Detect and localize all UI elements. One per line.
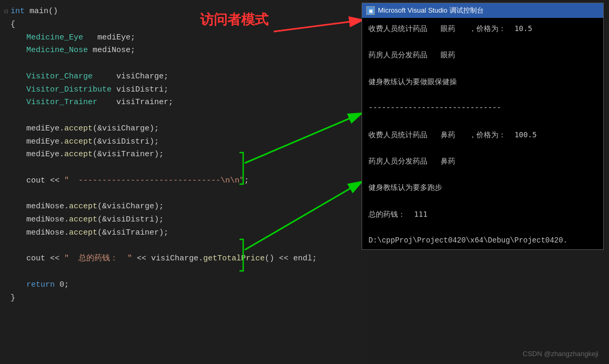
- console-line-14: [368, 194, 597, 207]
- code-line-8: Visitor_Trainer visiTrainer;: [11, 96, 363, 109]
- code-line-20: cout << " 总的药钱： " << visiCharge.getTotal…: [11, 252, 363, 266]
- console-line-8: [368, 115, 597, 128]
- console-title: Microsoft Visual Studio 调试控制台: [378, 6, 484, 15]
- code-line-15: [11, 188, 363, 201]
- console-line-9: 收费人员统计药品 鼻药 ，价格为： 100.5: [368, 128, 597, 141]
- code-line-21: [11, 266, 363, 279]
- console-line-18: 按任意键关闭此窗口. . .: [368, 247, 597, 249]
- console-line-1: 收费人员统计药品 眼药 ，价格为： 10.5: [368, 22, 597, 35]
- console-line-13: 健身教练认为要多跑步: [368, 181, 597, 194]
- code-line-13: [11, 161, 363, 175]
- collapse-marker: ⊟: [4, 6, 8, 17]
- console-line-3: 药房人员分发药品 眼药: [368, 48, 597, 62]
- code-line-4: Medicine_Nose mediNose;: [11, 44, 363, 57]
- console-line-12: [368, 168, 597, 181]
- console-icon: ▣: [366, 6, 375, 15]
- code-line-9: [11, 109, 363, 123]
- console-line-2: [368, 35, 597, 48]
- console-line-6: [368, 88, 597, 102]
- code-editor: ⊟ int main() { Medicine_Eye mediEye; Med…: [0, 0, 368, 364]
- code-line-11: mediEye.accept(&visiDistri);: [11, 136, 363, 149]
- code-line-10: mediEye.accept(&visiCharge);: [11, 123, 363, 136]
- console-line-7: ------------------------------: [368, 102, 597, 115]
- console-body: 收费人员统计药品 眼药 ，价格为： 10.5 药房人员分发药品 眼药 健身教练认…: [362, 18, 603, 249]
- console-line-16: [368, 221, 597, 234]
- console-titlebar: ▣ Microsoft Visual Studio 调试控制台: [362, 3, 603, 18]
- code-line-14: cout << " ------------------------------…: [11, 175, 363, 188]
- code-line-12: mediEye.accept(&visiTrainer);: [11, 148, 363, 161]
- code-line-19: [11, 240, 363, 253]
- watermark: CSDN @zhangzhangkeji: [523, 350, 598, 358]
- code-line-18: mediNose.accept(&visiTrainer);: [11, 227, 363, 240]
- code-line-16: mediNose.accept(&visiCharge);: [11, 200, 363, 214]
- console-line-17: D:\cppProj\Project0420\x64\Debug\Project…: [368, 234, 597, 247]
- console-line-11: 药房人员分发药品 鼻药: [368, 155, 597, 168]
- console-line-10: [368, 141, 597, 155]
- code-line-23: }: [11, 292, 363, 305]
- code-line-2: {: [11, 18, 363, 32]
- code-line-22: return 0;: [11, 279, 363, 292]
- visitor-mode-label: 访问者模式: [200, 11, 268, 29]
- code-line-5: [11, 57, 363, 70]
- code-line-3: Medicine_Eye mediEye;: [11, 32, 363, 45]
- code-line-17: mediNose.accept(&visiDistri);: [11, 214, 363, 227]
- code-line-1: int main(): [11, 5, 363, 18]
- console-line-15: 总的药钱： 111: [368, 208, 597, 221]
- console-line-4: [368, 62, 597, 75]
- code-line-6: Visitor_Charge visiCharge;: [11, 70, 363, 84]
- code-line-7: Visitor_Distribute visiDistri;: [11, 84, 363, 97]
- console-line-5: 健身教练认为要做眼保健操: [368, 75, 597, 88]
- console-window: ▣ Microsoft Visual Studio 调试控制台 收费人员统计药品…: [362, 3, 604, 250]
